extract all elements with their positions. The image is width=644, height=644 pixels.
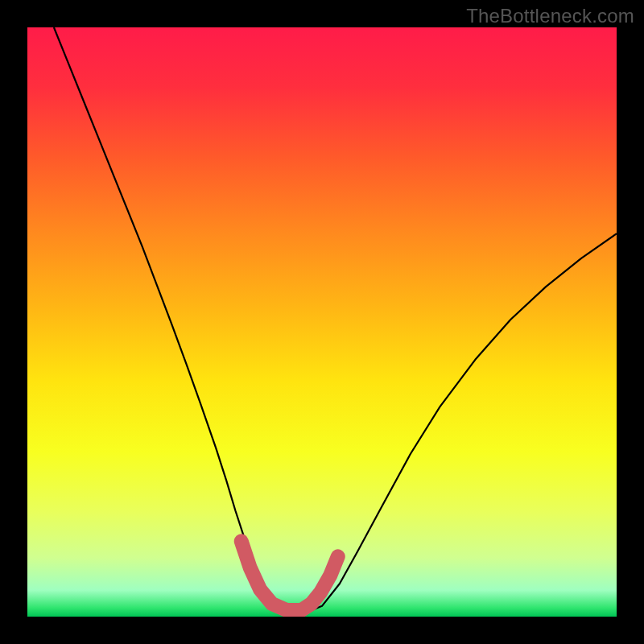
chart-frame: TheBottleneck.com xyxy=(0,0,644,644)
watermark-text: TheBottleneck.com xyxy=(466,5,634,27)
plot-area xyxy=(27,27,617,617)
gradient-background xyxy=(27,27,617,617)
bottleneck-chart xyxy=(27,27,617,617)
